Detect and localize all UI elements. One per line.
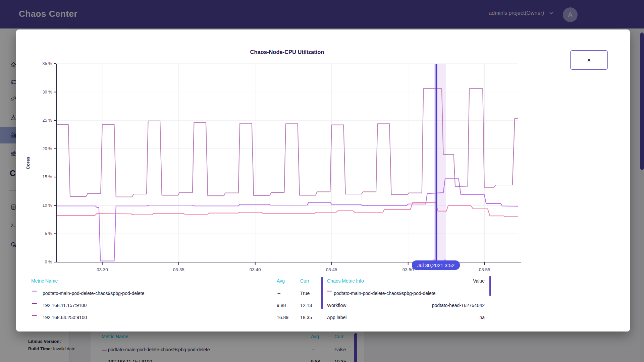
svg-text:03:30: 03:30 [97,267,108,272]
chart-modal: Chaos-Node-CPU Utilization × 0 %5 %10 %1… [16,29,630,331]
legend-metric-avg: -- [277,291,280,298]
chaos-info-label: Workflow [327,303,346,310]
legend-col-curr: Curr [300,278,309,286]
svg-text:10 %: 10 % [43,203,52,208]
svg-text:03:40: 03:40 [250,267,261,272]
svg-text:Cores: Cores [25,157,31,169]
svg-text:25 %: 25 % [43,118,52,123]
svg-text:03:50: 03:50 [402,267,414,272]
series-swatch [327,291,332,292]
legend-metric-curr: True [300,291,310,298]
svg-text:5 %: 5 % [45,231,52,236]
legend-metric-curr: 12.13 [300,303,312,310]
legend-metric-avg: 9.88 [277,303,286,310]
svg-text:0 %: 0 % [45,260,52,264]
legend-metric-curr: 18.35 [300,315,312,322]
svg-text:03:45: 03:45 [326,267,337,272]
svg-text:20 %: 20 % [43,146,52,151]
svg-text:30 %: 30 % [43,90,52,95]
svg-text:35 %: 35 % [43,61,52,66]
chaos-info-value: na [479,315,485,322]
chart-tooltip: Jul 30,2021 3:52 [412,260,460,270]
legend-metric-name: 192.168.64.250:9100 [43,315,87,322]
svg-text:03:55: 03:55 [479,267,490,272]
chaos-metric-name: podtato-main-pod-delete-chaos9spbg-pod-d… [334,291,436,298]
chaos-info-label: App label [327,315,346,322]
series-swatch [32,315,37,316]
chaos-divider-bar [489,276,491,296]
legend-col-metric-name: Metric Name [31,278,58,286]
cpu-utilization-chart[interactable]: 0 %5 %10 %15 %20 %25 %30 %35 %03:3003:35… [16,29,630,284]
chaos-col-value: Value [473,278,485,286]
legend-metric-name: 192.168.11.157:9100 [43,303,87,310]
svg-text:15 %: 15 % [43,175,52,179]
legend-metric-avg: 16.89 [277,315,288,322]
chaos-info-value: podtato-head-162764042 [432,303,485,310]
legend-divider-bar [321,277,323,309]
series-swatch [32,291,37,292]
chaos-col-info: Chaos Metric Info [327,278,364,286]
legend-metric-name: podtato-main-pod-delete-chaos9spbg-pod-d… [43,291,145,298]
svg-text:03:35: 03:35 [173,267,184,272]
legend-col-avg: Avg [277,278,285,286]
series-swatch [32,303,37,304]
